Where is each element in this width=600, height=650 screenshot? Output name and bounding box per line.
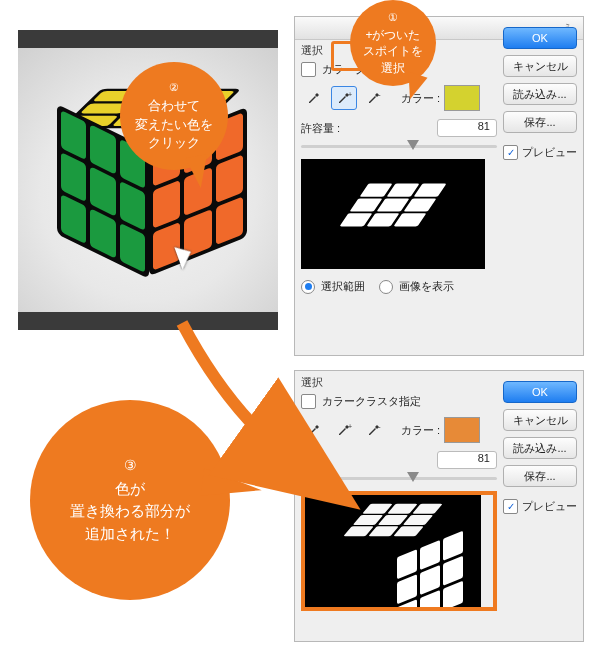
tolerance-label-partial: : [301,454,304,466]
eyedropper-minus-icon[interactable]: - [361,418,387,442]
eyedropper-plus-icon[interactable]: + [331,86,357,110]
callout-step-1: ① +がついた スポイトを 選択 [350,0,436,86]
color-swatch-before[interactable] [444,85,480,111]
selection-group-label: 選択 [301,375,497,390]
ok-button[interactable]: OK [503,381,577,403]
callout-step-3: ③ 色が 置き換わる部分が 追加された！ [30,400,230,600]
load-button[interactable]: 読み込み... [503,83,577,105]
tolerance-input[interactable]: 81 [437,119,497,137]
svg-text:-: - [378,90,381,99]
radio-selection-range[interactable]: 選択範囲 [301,279,365,294]
tutorial-stage: え 選択 カラーク + - [0,0,600,650]
eyedropper-minus-icon[interactable]: - [361,86,387,110]
svg-text:+: + [348,91,352,98]
cancel-button[interactable]: キャンセル [503,409,577,431]
svg-text:+: + [348,423,352,430]
radio-on-icon [301,280,315,294]
radio-show-image[interactable]: 画像を表示 [379,279,454,294]
tolerance-slider[interactable] [301,471,497,485]
eyedropper-plus-icon[interactable]: + [331,418,357,442]
selection-preview-highlight [301,491,497,611]
checkbox-checked-icon: ✓ [503,499,518,514]
callout-number: ① [388,10,398,25]
eyedropper-icon[interactable] [301,418,327,442]
cluster-checkbox[interactable] [301,62,316,77]
checkbox-checked-icon: ✓ [503,145,518,160]
selection-preview-after [305,495,481,607]
ok-button[interactable]: OK [503,27,577,49]
color-label: カラー : [401,423,440,438]
tolerance-label: 許容量 : [301,121,340,136]
preview-checkbox[interactable]: ✓ プレビュー [503,145,577,160]
tolerance-slider[interactable] [301,139,497,153]
preview-checkbox[interactable]: ✓ プレビュー [503,499,577,514]
load-button[interactable]: 読み込み... [503,437,577,459]
svg-text:-: - [378,422,381,431]
callout-number: ② [169,80,179,95]
callout-tail-icon [200,468,263,504]
save-button[interactable]: 保存... [503,465,577,487]
save-button[interactable]: 保存... [503,111,577,133]
radio-off-icon [379,280,393,294]
tolerance-input[interactable]: 81 [437,451,497,469]
color-swatch-after[interactable] [444,417,480,443]
callout-number: ③ [124,455,137,476]
cluster-checkbox-label: カラークラスタ指定 [322,394,421,409]
cancel-button[interactable]: キャンセル [503,55,577,77]
replace-color-dialog-before: え 選択 カラーク + - [294,16,584,356]
mouse-cursor-icon [178,244,200,270]
replace-color-dialog-after: 選択 カラークラスタ指定 + - カラー : [294,370,584,642]
cluster-checkbox[interactable] [301,394,316,409]
eyedropper-icon[interactable] [301,86,327,110]
callout-step-2: ② 合わせて 変えたい色を クリック [120,62,228,170]
selection-preview-before [301,159,485,269]
